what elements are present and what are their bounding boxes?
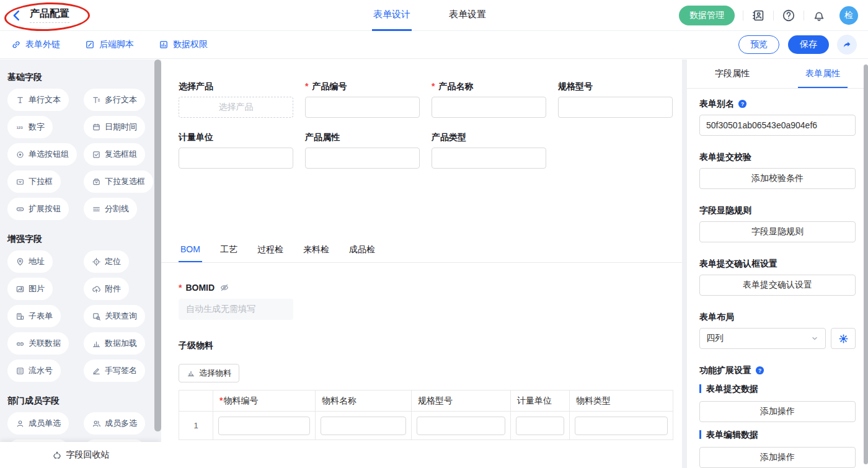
- panel-section: 字段显隐规则 字段显隐规则: [699, 204, 856, 242]
- question-circle-icon[interactable]: ?: [738, 99, 747, 108]
- toolbar-link[interactable]: 表单外链: [11, 39, 60, 50]
- field-input[interactable]: [305, 97, 420, 118]
- address-icon: [16, 257, 25, 267]
- form-field[interactable]: *产品名称: [432, 82, 546, 118]
- preview-button[interactable]: 预览: [738, 35, 779, 54]
- properties-panel: 字段属性 表单属性 表单别名 ? 50f30501ab06543e0a904ef…: [687, 60, 868, 468]
- toolbar-link-label: 数据权限: [173, 39, 208, 50]
- sidebar-scrollbar[interactable]: [154, 60, 161, 431]
- properties-tab[interactable]: 表单属性: [777, 60, 868, 88]
- panel-section-button[interactable]: 表单提交确认设置: [699, 275, 856, 296]
- sidebar-field-pill[interactable]: 下拉框: [7, 170, 61, 193]
- material-name-input[interactable]: [321, 417, 406, 435]
- form-field[interactable]: 产品属性: [305, 133, 420, 169]
- attachment-icon: [92, 285, 101, 294]
- add-action-button[interactable]: 添加操作: [699, 401, 856, 422]
- sidebar-field-pill[interactable]: 附件: [84, 278, 129, 300]
- help-icon[interactable]: [782, 9, 795, 22]
- properties-tab-label: 表单属性: [805, 68, 840, 79]
- form-field[interactable]: 产品类型: [432, 133, 546, 169]
- chart-icon: [187, 369, 195, 377]
- bom-id-input[interactable]: 自动生成无需填写: [179, 299, 293, 320]
- toolbar-link[interactable]: 后端脚本: [85, 39, 134, 50]
- material-type-input[interactable]: [575, 417, 668, 435]
- field-input[interactable]: [179, 148, 293, 169]
- material-code-input[interactable]: [218, 417, 310, 435]
- bom-id-field[interactable]: *BOMID 自动生成无需填写: [179, 283, 665, 320]
- avatar[interactable]: 检: [839, 6, 858, 25]
- form-field[interactable]: 规格型号: [558, 82, 673, 118]
- form-field[interactable]: 计量单位: [179, 133, 293, 169]
- sidebar-field-pill[interactable]: 数据加载: [84, 332, 145, 355]
- contacts-icon[interactable]: [751, 9, 765, 22]
- select-material-button[interactable]: 选择物料: [179, 364, 239, 382]
- field-input[interactable]: [558, 97, 673, 118]
- member-single-icon: [16, 419, 25, 428]
- sidebar-field-pill[interactable]: 多行文本: [84, 89, 145, 111]
- sidebar-field-pill[interactable]: 地址: [7, 250, 53, 273]
- sidebar-field-pill[interactable]: 关联数据: [7, 332, 69, 355]
- panel-scrollbar[interactable]: [864, 64, 868, 464]
- field-pill-label: 成员单选: [29, 418, 61, 429]
- sidebar-field-pill[interactable]: 单行文本: [7, 89, 69, 111]
- sidebar-field-pill[interactable]: 手写签名: [84, 360, 145, 382]
- detail-tab[interactable]: 来料检: [301, 244, 331, 262]
- share-icon: [842, 40, 852, 50]
- sidebar-field-pill[interactable]: 子表单: [7, 305, 61, 327]
- bell-icon[interactable]: [812, 9, 826, 22]
- field-pill-label: 关联查询: [105, 311, 137, 322]
- sidebar-field-pill[interactable]: 123数字: [7, 116, 53, 138]
- detail-tab[interactable]: BOM: [179, 244, 202, 262]
- sidebar-field-pill[interactable]: 分割线: [84, 198, 137, 220]
- linked-query-icon: [92, 312, 101, 321]
- field-input[interactable]: [432, 148, 546, 169]
- subform-icon: [16, 312, 25, 321]
- sidebar-field-pill[interactable]: 定位: [84, 250, 129, 273]
- sidebar-field-pill[interactable]: 复选框组: [84, 143, 145, 166]
- sidebar-field-pill[interactable]: 成员多选: [84, 412, 145, 435]
- detail-tabs: BOM 工艺 过程检 来料检 成品检: [161, 244, 682, 263]
- detail-tab[interactable]: 过程检: [255, 244, 285, 262]
- sidebar-field-pill[interactable]: 流水号: [7, 360, 61, 382]
- field-pill-label: 流水号: [29, 365, 53, 376]
- toolbar-link[interactable]: 数据权限: [159, 39, 208, 50]
- data-manage-button[interactable]: 数据管理: [679, 6, 735, 25]
- sidebar-field-pill[interactable]: 成员单选: [7, 412, 69, 435]
- header-actions: 数据管理 检: [679, 6, 858, 25]
- field-input[interactable]: [432, 97, 546, 118]
- sidebar-field-pill[interactable]: 扩展按钮: [7, 198, 69, 220]
- form-design-canvas[interactable]: 选择产品 选择产品 *产品编号 *产品名称 规格型号 计量单位: [161, 60, 682, 468]
- page-title[interactable]: 产品配置: [30, 7, 69, 23]
- panel-section-button[interactable]: 添加校验条件: [699, 168, 856, 189]
- layout-select-value: 四列: [706, 333, 724, 344]
- add-action-button[interactable]: 添加操作: [699, 447, 856, 468]
- field-recycle-bin[interactable]: 字段回收站: [0, 442, 161, 468]
- sidebar-field-pill[interactable]: 单选按钮组: [7, 143, 77, 166]
- form-field[interactable]: 选择产品 选择产品: [179, 82, 293, 118]
- form-alias-input[interactable]: 50f30501ab06543e0a904ef6: [699, 115, 856, 136]
- sidebar-field-pill[interactable]: 下拉复选框: [84, 170, 153, 193]
- sidebar-field-pill[interactable]: 日期时间: [84, 116, 145, 138]
- extension-subsection: 表单编辑数据 添加操作: [699, 428, 856, 468]
- save-button[interactable]: 保存: [788, 35, 829, 54]
- properties-tab[interactable]: 字段属性: [687, 60, 777, 88]
- product-picker-button[interactable]: 选择产品: [179, 97, 293, 118]
- unit-input[interactable]: [516, 417, 564, 435]
- layout-settings-button[interactable]: [831, 328, 856, 349]
- form-field[interactable]: *产品编号: [305, 82, 420, 118]
- field-input[interactable]: [305, 148, 420, 169]
- detail-tab[interactable]: 成品检: [347, 244, 377, 262]
- header-tab[interactable]: 表单设置: [448, 0, 487, 31]
- panel-section-button[interactable]: 字段显隐规则: [699, 221, 856, 242]
- properties-panel-body: 表单别名 ? 50f30501ab06543e0a904ef6 表单提交校验 添…: [687, 89, 868, 468]
- back-icon[interactable]: [10, 9, 24, 22]
- share-button[interactable]: [837, 35, 857, 55]
- header-tab[interactable]: 表单设计: [372, 0, 412, 31]
- sidebar-field-pill[interactable]: 图片: [7, 278, 53, 300]
- spec-model-input[interactable]: [417, 417, 505, 435]
- layout-select[interactable]: 四列: [699, 328, 826, 349]
- location-icon: [92, 257, 101, 267]
- detail-tab[interactable]: 工艺: [218, 244, 239, 262]
- sidebar-field-pill[interactable]: 关联查询: [84, 305, 145, 327]
- question-circle-icon[interactable]: ?: [755, 366, 764, 375]
